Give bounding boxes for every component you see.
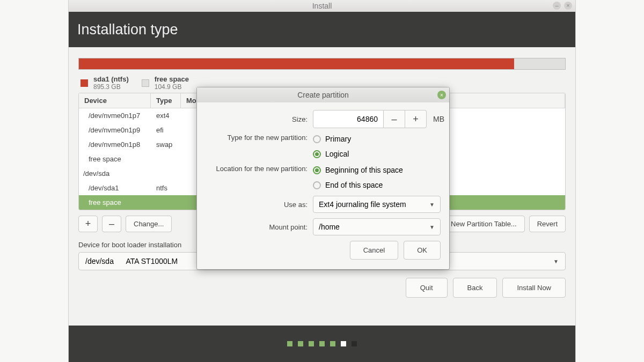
cell-type <box>151 197 181 208</box>
progress-dot <box>287 341 292 346</box>
use-as-value: Ext4 journaling file system <box>319 200 406 209</box>
use-as-label: Use as: <box>206 201 313 209</box>
cell-device: free space <box>79 197 151 208</box>
dialog-title: Create partition <box>297 91 349 99</box>
mount-point-value: /home <box>319 223 340 231</box>
legend-label: sda1 (ntfs) <box>93 75 129 83</box>
minimize-icon[interactable]: – <box>553 2 561 10</box>
chevron-down-icon: ▼ <box>429 202 435 208</box>
revert-button[interactable]: Revert <box>529 216 566 232</box>
header-bar: Installation type <box>69 12 575 47</box>
primary-radio[interactable]: Primary <box>313 135 351 143</box>
legend-swatch-grey <box>142 79 149 87</box>
disk-free-segment <box>514 58 565 69</box>
progress-dot <box>298 341 303 346</box>
legend-swatch-red <box>80 79 88 87</box>
disk-used-segment <box>79 58 514 69</box>
cell-type <box>151 168 181 179</box>
size-label: Size: <box>206 115 313 123</box>
progress-dot <box>330 341 335 346</box>
cell-type: ntfs <box>151 183 181 193</box>
logical-radio[interactable]: Logical <box>313 150 349 158</box>
cell-device: /dev/nvme0n1p9 <box>79 125 151 135</box>
legend-label: free space <box>155 75 189 83</box>
progress-dots <box>69 326 575 362</box>
legend-size: 104.9 GB <box>155 83 189 91</box>
col-type[interactable]: Type <box>151 93 181 108</box>
progress-dot <box>319 341 325 346</box>
create-partition-dialog: Create partition × Size: – + MB Type for… <box>197 87 449 269</box>
cell-type: efi <box>151 125 181 135</box>
cell-type: swap <box>151 139 181 150</box>
cancel-button[interactable]: Cancel <box>350 241 398 260</box>
cell-device: /dev/sda <box>79 168 151 179</box>
chevron-down-icon: ▼ <box>429 224 435 230</box>
dialog-titlebar: Create partition × <box>197 87 449 102</box>
window-titlebar: Install – × <box>69 0 575 12</box>
ok-button[interactable]: OK <box>404 241 441 260</box>
size-increment-button[interactable]: + <box>405 110 427 128</box>
cell-device: free space <box>79 154 151 164</box>
page-title: Installation type <box>77 21 178 38</box>
mount-point-dropdown[interactable]: /home ▼ <box>313 218 441 235</box>
close-icon[interactable]: × <box>564 2 572 10</box>
cell-type <box>151 154 181 164</box>
col-device[interactable]: Device <box>79 93 151 108</box>
location-label: Location for the new partition: <box>206 165 313 173</box>
window-title: Install <box>312 2 332 10</box>
progress-dot <box>352 341 357 346</box>
beginning-radio[interactable]: Beginning of this space <box>313 166 403 174</box>
size-decrement-button[interactable]: – <box>384 110 405 128</box>
partition-type-label: Type for the new partition: <box>206 134 313 142</box>
size-unit: MB <box>433 115 444 123</box>
add-partition-button[interactable]: + <box>78 216 98 232</box>
use-as-dropdown[interactable]: Ext4 journaling file system ▼ <box>313 196 441 213</box>
change-partition-button[interactable]: Change... <box>126 216 172 232</box>
progress-dot <box>309 341 314 346</box>
mount-point-label: Mount point: <box>206 223 313 231</box>
progress-dot <box>341 341 346 346</box>
back-button[interactable]: Back <box>453 278 497 298</box>
cell-device: /dev/sda1 <box>79 183 151 193</box>
remove-partition-button[interactable]: – <box>102 216 121 232</box>
end-radio[interactable]: End of this space <box>313 181 383 189</box>
size-input[interactable] <box>313 110 384 128</box>
cell-device: /dev/nvme0n1p7 <box>79 110 151 121</box>
cell-type: ext4 <box>151 110 181 121</box>
new-partition-table-button[interactable]: New Partition Table... <box>443 216 525 232</box>
quit-button[interactable]: Quit <box>406 278 448 298</box>
legend-size: 895.3 GB <box>93 83 129 91</box>
wizard-actions: Quit Back Install Now <box>78 278 566 298</box>
dialog-close-icon[interactable]: × <box>437 91 446 99</box>
disk-usage-bar <box>78 58 566 70</box>
chevron-down-icon: ▼ <box>553 258 559 264</box>
boot-device-value: /dev/sda ATA ST1000LM <box>85 257 178 265</box>
install-now-button[interactable]: Install Now <box>502 278 566 298</box>
cell-device: /dev/nvme0n1p8 <box>79 139 151 150</box>
